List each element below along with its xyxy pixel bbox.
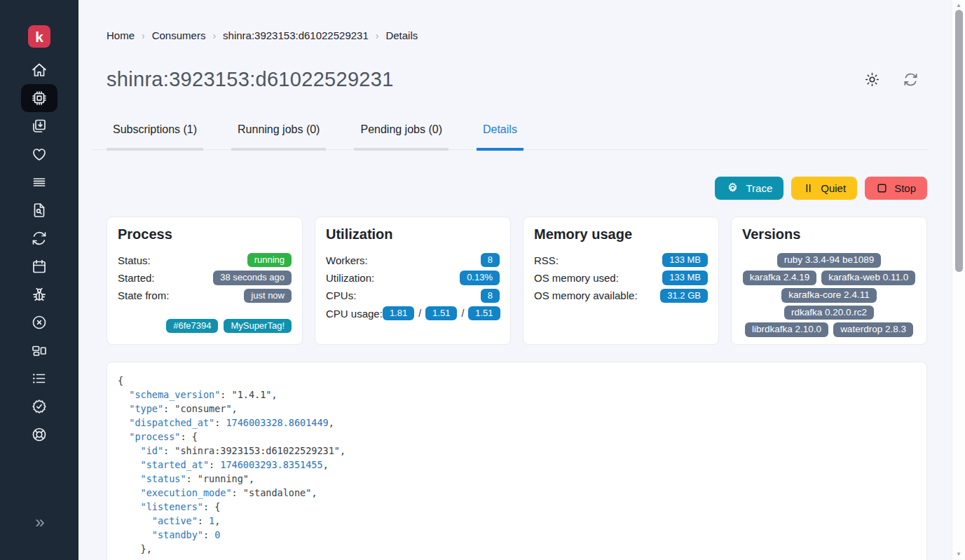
sidebar-item-logs[interactable] bbox=[21, 364, 57, 392]
inbox-arrow-down-icon bbox=[31, 118, 48, 135]
sidebar-item-explorer[interactable] bbox=[21, 196, 57, 224]
karafka-logo[interactable]: k bbox=[28, 25, 50, 48]
code-line: "standby": 0 bbox=[118, 528, 916, 542]
code-line: "dispatched_at": 1746003328.8601449, bbox=[118, 416, 916, 430]
sidebar-item-health[interactable] bbox=[21, 140, 57, 168]
tab-subscriptions[interactable]: Subscriptions (1) bbox=[107, 123, 203, 151]
cpu-chip-icon bbox=[31, 90, 48, 107]
cpu-usage-badge: 1.51 bbox=[468, 306, 500, 320]
tab-details[interactable]: Details bbox=[477, 123, 523, 151]
rss-badge: 133 MB bbox=[662, 253, 708, 267]
code-line: "schema_version": "1.4.1", bbox=[118, 388, 916, 402]
card-title: Utilization bbox=[326, 226, 500, 243]
home-icon bbox=[31, 62, 48, 78]
card-title: Memory usage bbox=[534, 226, 708, 243]
os-memory-used-badge: 133 MB bbox=[662, 271, 708, 285]
os-memory-available-badge: 31.2 GB bbox=[660, 289, 708, 303]
tab-pending-jobs[interactable]: Pending jobs (0) bbox=[354, 123, 449, 151]
sidebar-item-dlq[interactable] bbox=[21, 308, 57, 336]
sidebar-item-errors[interactable] bbox=[21, 280, 57, 308]
process-tags: #6fe7394 MySuperTag! bbox=[118, 319, 292, 333]
status-row: Status: running bbox=[118, 253, 292, 267]
breadcrumb-home[interactable]: Home bbox=[107, 29, 135, 41]
started-badge: 38 seconds ago bbox=[213, 271, 292, 285]
process-report-json: { "schema_version": "1.4.1", "type": "co… bbox=[107, 362, 927, 560]
code-line: "id": "shinra:3923153:d61022529231", bbox=[118, 444, 916, 458]
badge-check-icon bbox=[31, 398, 48, 415]
code-line: "execution_mode": "standalone", bbox=[118, 486, 916, 500]
app-window: k bbox=[0, 0, 965, 560]
stop-icon bbox=[876, 182, 888, 194]
document-search-icon bbox=[31, 202, 48, 219]
version-badge: librdkafka 2.10.0 bbox=[745, 322, 828, 337]
rss-row: RSS: 133 MB bbox=[534, 253, 708, 267]
version-badge: rdkafka 0.20.0.rc2 bbox=[784, 306, 874, 320]
sidebar-item-home[interactable] bbox=[21, 56, 57, 84]
sidebar-item-jobs[interactable] bbox=[21, 112, 57, 140]
state-from-badge: just now bbox=[244, 289, 292, 303]
trace-button[interactable]: Trace bbox=[715, 177, 783, 200]
code-line: "active": 1, bbox=[118, 514, 916, 528]
scroll-down-arrow[interactable]: ▼ bbox=[952, 552, 965, 557]
utilization-badge: 0.13% bbox=[460, 271, 500, 285]
cpu-usage-row: CPU usage: 1.81 / 1.51 / 1.51 bbox=[326, 306, 500, 320]
scrollbar-thumb[interactable] bbox=[955, 10, 963, 272]
main-content: Home › Consumers › shinra:3923153:d61022… bbox=[78, 0, 952, 560]
sidebar-item-recurring-tasks[interactable] bbox=[21, 224, 57, 252]
sidebar-item-consumers[interactable] bbox=[21, 84, 57, 112]
version-badge: waterdrop 2.8.3 bbox=[833, 322, 913, 337]
os-memory-used-row: OS memory used: 133 MB bbox=[534, 271, 708, 285]
scrollbar: ▲ ▼ bbox=[952, 0, 965, 560]
cpus-row: CPUs: 8 bbox=[326, 289, 500, 303]
gear-icon bbox=[726, 182, 739, 195]
utilization-row: Utilization: 0.13% bbox=[326, 271, 500, 285]
sidebar-collapse-button[interactable]: » bbox=[35, 514, 43, 531]
version-badge: karafka-core 2.4.11 bbox=[781, 288, 876, 303]
cpu-usage-badge: 1.81 bbox=[383, 306, 414, 320]
card-title: Versions bbox=[742, 226, 916, 243]
rectangle-group-icon bbox=[31, 342, 48, 359]
started-row: Started: 38 seconds ago bbox=[118, 271, 292, 285]
pause-icon bbox=[802, 182, 814, 194]
breadcrumb-current: Details bbox=[385, 29, 418, 41]
workers-badge: 8 bbox=[481, 253, 500, 267]
code-line: { bbox=[118, 374, 916, 388]
karafka-logo-letter: k bbox=[35, 29, 43, 44]
sidebar-item-cluster[interactable] bbox=[21, 336, 57, 364]
theme-toggle-icon[interactable] bbox=[864, 71, 880, 88]
tabs: Subscriptions (1) Running jobs (0) Pendi… bbox=[107, 123, 927, 151]
breadcrumb-process-id[interactable]: shinra:3923153:d61022529231 bbox=[223, 29, 369, 41]
sidebar-item-scheduled-messages[interactable] bbox=[21, 252, 57, 280]
breadcrumb-separator: › bbox=[376, 30, 379, 41]
sidebar-item-routing[interactable] bbox=[21, 168, 57, 196]
refresh-icon[interactable] bbox=[903, 71, 919, 88]
quiet-button[interactable]: Quiet bbox=[791, 177, 857, 200]
utilization-card: Utilization Workers: 8 Utilization: 0.13… bbox=[315, 217, 511, 345]
bug-icon bbox=[31, 286, 48, 303]
process-card: Process Status: running Started: 38 seco… bbox=[107, 217, 303, 345]
x-circle-icon bbox=[31, 314, 48, 331]
sidebar-item-status[interactable] bbox=[21, 392, 57, 421]
code-line: "started_at": 1746003293.8351455, bbox=[118, 458, 916, 472]
cpu-usage-badge: 1.51 bbox=[425, 306, 457, 320]
tab-running-jobs[interactable]: Running jobs (0) bbox=[231, 123, 326, 151]
sidebar-item-support[interactable] bbox=[21, 421, 57, 449]
stacked-lines-icon bbox=[31, 174, 48, 191]
stop-button[interactable]: Stop bbox=[865, 177, 927, 200]
process-tag: MySuperTag! bbox=[224, 319, 292, 333]
code-line: "type": "consumer", bbox=[118, 402, 916, 416]
sidebar-nav bbox=[21, 56, 57, 449]
workers-row: Workers: 8 bbox=[326, 253, 500, 267]
breadcrumb-separator: › bbox=[142, 30, 145, 41]
code-line: "listeners": { bbox=[118, 500, 916, 514]
scroll-up-arrow[interactable]: ▲ bbox=[952, 3, 965, 8]
page-title: shinra:3923153:d61022529231 bbox=[107, 68, 394, 91]
breadcrumb-separator: › bbox=[212, 30, 216, 41]
breadcrumb-consumers[interactable]: Consumers bbox=[152, 29, 206, 41]
card-title: Process bbox=[118, 226, 292, 243]
code-line: "process": { bbox=[118, 430, 916, 444]
summary-cards: Process Status: running Started: 38 seco… bbox=[107, 217, 927, 345]
cpus-badge: 8 bbox=[481, 289, 500, 303]
sync-arrows-icon bbox=[31, 230, 48, 247]
breadcrumb: Home › Consumers › shinra:3923153:d61022… bbox=[107, 29, 927, 41]
